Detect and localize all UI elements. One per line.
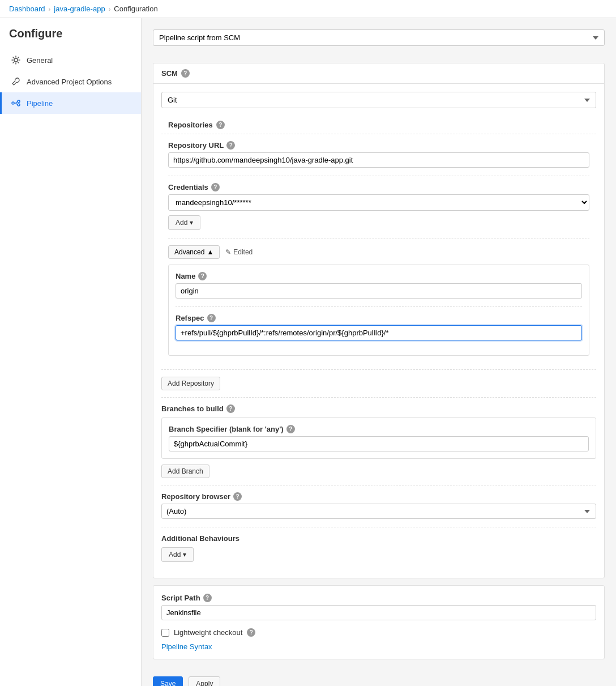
divider-4 [161, 369, 596, 370]
sidebar-item-advanced-project-options[interactable]: Advanced Project Options [0, 71, 141, 92]
repo-url-label: Repository URL ? [168, 141, 589, 150]
divider-6 [161, 485, 596, 485]
scm-header: SCM ? [153, 63, 604, 84]
refspec-help-icon[interactable]: ? [207, 314, 216, 322]
repo-url-input[interactable] [168, 152, 589, 168]
additional-behaviours-group: Additional Behaviours Add ▾ [161, 534, 596, 562]
scm-select[interactable]: Git [161, 92, 596, 108]
script-path-input[interactable] [161, 605, 596, 620]
add-dropdown-arrow: ▾ [190, 219, 193, 227]
divider-7 [161, 527, 596, 527]
definition-select[interactable]: Pipeline script from SCM [153, 29, 605, 46]
name-group: Name ? [176, 272, 582, 299]
advanced-chevron-icon: ▲ [207, 248, 213, 256]
add-branch-button[interactable]: Add Branch [161, 465, 209, 478]
credentials-select[interactable]: mandeepsingh10/****** [168, 194, 589, 211]
additional-behaviours-label: Additional Behaviours [161, 534, 596, 543]
wrench-icon [11, 76, 21, 87]
scm-help-icon[interactable]: ? [181, 69, 190, 78]
branches-help-icon[interactable]: ? [226, 404, 235, 413]
breadcrumb-current: Configuration [114, 5, 157, 13]
script-path-help-icon[interactable]: ? [203, 594, 212, 602]
sidebar-item-advanced-label: Advanced Project Options [27, 78, 112, 86]
divider-2 [168, 238, 589, 238]
branch-specifier-label: Branch Specifier (blank for 'any') ? [169, 425, 589, 433]
advanced-button[interactable]: Advanced ▲ [168, 245, 220, 259]
sidebar-item-general-label: General [27, 56, 53, 65]
lightweight-checkout-row: Lightweight checkout ? [161, 628, 596, 637]
script-path-section: Script Path ? Lightweight checkout ? Pip… [153, 585, 605, 659]
credentials-help-icon[interactable]: ? [211, 183, 220, 191]
repo-url-group: Repository URL ? [168, 141, 589, 168]
branch-specifier-input[interactable] [169, 436, 589, 451]
sidebar-item-pipeline-label: Pipeline [27, 99, 53, 108]
divider-5 [161, 397, 596, 398]
repositories-header: Repositories ? [161, 116, 596, 134]
breadcrumb-sep-2: › [109, 6, 111, 12]
definition-group: Pipeline script from SCM [153, 29, 605, 55]
advanced-label: Advanced [174, 248, 204, 256]
repo-browser-help-icon[interactable]: ? [233, 492, 242, 501]
repo-browser-label: Repository browser ? [161, 492, 596, 501]
repo-browser-group: Repository browser ? (Auto) [161, 492, 596, 519]
refspec-group: Refspec ? [176, 314, 582, 340]
additional-behaviours-add-button[interactable]: Add ▾ [161, 547, 194, 562]
branches-section: Branches to build ? Branch Specifier (bl… [161, 404, 596, 478]
breadcrumb: Dashboard › java-gradle-app › Configurat… [0, 0, 616, 18]
credentials-row: mandeepsingh10/****** [168, 194, 589, 211]
main-content: Pipeline script from SCM SCM ? Git Repos… [142, 18, 616, 686]
breadcrumb-project[interactable]: java-gradle-app [54, 5, 105, 13]
edited-badge: ✎ Edited [225, 248, 253, 256]
repo-browser-select[interactable]: (Auto) [161, 504, 596, 519]
sidebar-item-general[interactable]: General [0, 49, 141, 71]
script-path-group: Script Path ? [161, 594, 596, 620]
lightweight-checkout-label: Lightweight checkout [174, 628, 242, 637]
lightweight-checkout-checkbox[interactable] [161, 629, 169, 637]
refspec-label: Refspec ? [176, 314, 582, 322]
divider-3 [176, 306, 582, 307]
repositories-help-icon[interactable]: ? [216, 121, 225, 129]
advanced-fields: Name ? Refspec ? [168, 265, 589, 356]
pipeline-syntax-link[interactable]: Pipeline Syntax [161, 642, 212, 651]
name-label: Name ? [176, 272, 582, 280]
credentials-group: Credentials ? mandeepsingh10/****** Add [168, 183, 589, 230]
script-path-panel: Script Path ? Lightweight checkout ? Pip… [153, 586, 604, 659]
add-beh-dropdown-arrow: ▾ [183, 551, 186, 559]
refspec-input[interactable] [176, 325, 582, 340]
scm-section: SCM ? Git Repositories ? [153, 63, 605, 578]
credentials-label: Credentials ? [168, 183, 589, 191]
branches-label: Branches to build ? [161, 404, 596, 413]
add-credentials-button[interactable]: Add ▾ [168, 215, 200, 230]
footer-actions: Save Apply [153, 671, 605, 686]
sidebar-item-pipeline[interactable]: Pipeline [0, 92, 141, 114]
lightweight-checkout-help-icon[interactable]: ? [247, 628, 255, 637]
repo-url-help-icon[interactable]: ? [226, 141, 235, 150]
save-button[interactable]: Save [153, 676, 183, 686]
gear-icon [11, 55, 21, 65]
pencil-icon: ✎ [225, 248, 231, 256]
advanced-bar: Advanced ▲ ✎ Edited [168, 245, 589, 259]
sidebar-title: Configure [0, 27, 141, 49]
breadcrumb-dashboard[interactable]: Dashboard [9, 5, 45, 13]
script-path-label: Script Path ? [161, 594, 596, 602]
name-input[interactable] [176, 283, 582, 299]
sidebar: Configure General Advanced Project Optio… [0, 18, 142, 686]
scm-label: SCM [161, 69, 178, 78]
repositories-section: Repositories ? Repository URL ? [161, 116, 596, 363]
svg-point-0 [14, 58, 18, 62]
repositories-label: Repositories [168, 121, 213, 129]
add-repository-button[interactable]: Add Repository [161, 377, 220, 390]
breadcrumb-sep-1: › [49, 6, 51, 12]
branch-specifier-section: Branch Specifier (blank for 'any') ? [161, 417, 596, 459]
pipeline-icon [11, 98, 21, 108]
branch-specifier-help-icon[interactable]: ? [286, 425, 295, 433]
divider-1 [168, 176, 589, 176]
name-help-icon[interactable]: ? [198, 272, 207, 280]
apply-button[interactable]: Apply [189, 676, 220, 686]
scm-panel: Git Repositories ? Repository URL ? [153, 84, 604, 578]
repositories-body: Repository URL ? Credentials ? [161, 134, 596, 363]
